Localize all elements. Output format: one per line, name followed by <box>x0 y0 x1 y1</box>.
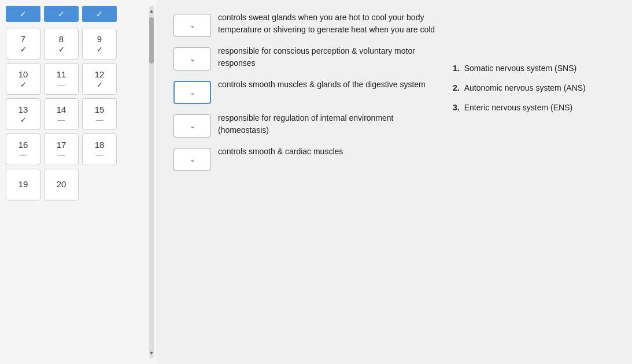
question-text-3: controls smooth muscles & glands of the … <box>218 79 435 91</box>
questions-column: ⌄ controls sweat glands when you are hot… <box>173 12 435 352</box>
cell-13[interactable]: 13 ✓ <box>6 98 40 130</box>
cell-9[interactable]: 9 ✓ <box>82 28 117 60</box>
scrollbar[interactable]: ▲ ▼ <box>149 6 154 358</box>
top-checkmarks-row: ✓ ✓ ✓ <box>6 6 150 22</box>
answer-label-1: Somatic nervous system (SNS) <box>464 64 577 73</box>
answer-num-3: 3. <box>453 103 460 112</box>
grid-row-19-20: 19 20 <box>6 169 150 200</box>
answer-label-2: Autonomic nervous system (ANS) <box>464 83 586 92</box>
answers-column: 1. Somatic nervous system (SNS) 2. Auton… <box>453 12 615 352</box>
answer-item-3: 3. Enteric nervous system (ENS) <box>453 103 615 112</box>
question-text-2: responsible for conscious perception & v… <box>218 45 435 69</box>
question-text-1: controls sweat glands when you are hot t… <box>218 12 435 36</box>
cell-20[interactable]: 20 <box>44 169 79 200</box>
left-panel: ✓ ✓ ✓ 7 ✓ 8 ✓ 9 ✓ 10 ✓ 11 — 12 ✓ <box>0 0 156 364</box>
cell-14[interactable]: 14 — <box>44 98 79 130</box>
question-row-4: ⌄ responsible for regulation of internal… <box>173 112 435 138</box>
question-text-5: controls smooth & cardiac muscles <box>218 146 435 158</box>
question-row-2: ⌄ responsible for conscious perception &… <box>173 45 435 70</box>
question-row-5: ⌄ controls smooth & cardiac muscles <box>173 146 435 171</box>
grid-row-7-9: 7 ✓ 8 ✓ 9 ✓ <box>6 28 150 60</box>
question-row-3: ⌄ controls smooth muscles & glands of th… <box>173 79 435 104</box>
cell-11[interactable]: 11 — <box>44 63 79 95</box>
cell-17[interactable]: 17 — <box>44 133 79 165</box>
cell-15[interactable]: 15 — <box>82 98 117 130</box>
scroll-up-arrow[interactable]: ▲ <box>149 7 154 15</box>
cell-10[interactable]: 10 ✓ <box>6 63 40 95</box>
dropdown-q4[interactable]: ⌄ <box>173 114 211 138</box>
question-row-1: ⌄ controls sweat glands when you are hot… <box>173 12 435 37</box>
scroll-down-arrow[interactable]: ▼ <box>149 349 154 357</box>
chevron-down-icon: ⌄ <box>190 122 195 130</box>
answer-num-1: 1. <box>453 64 460 73</box>
dropdown-q3[interactable]: ⌄ <box>173 81 211 104</box>
question-text-4: responsible for regulation of internal e… <box>218 112 435 136</box>
grid-row-16-18: 16 — 17 — 18 — <box>6 133 150 165</box>
cell-16[interactable]: 16 — <box>6 133 40 165</box>
dropdown-q5[interactable]: ⌄ <box>173 148 211 171</box>
top-check-3: ✓ <box>82 6 117 22</box>
dropdown-q1[interactable]: ⌄ <box>173 14 211 37</box>
cell-18[interactable]: 18 — <box>82 133 117 165</box>
chevron-down-icon: ⌄ <box>190 155 195 164</box>
top-check-2: ✓ <box>44 6 79 22</box>
answer-item-2: 2. Autonomic nervous system (ANS) <box>453 83 615 92</box>
answer-label-3: Enteric nervous system (ENS) <box>464 103 573 112</box>
cell-8[interactable]: 8 ✓ <box>44 28 79 60</box>
main-content: ⌄ controls sweat glands when you are hot… <box>156 0 632 364</box>
chevron-down-icon: ⌄ <box>190 55 195 63</box>
chevron-down-icon: ⌄ <box>190 88 195 96</box>
chevron-down-icon: ⌄ <box>190 21 195 29</box>
cell-19[interactable]: 19 <box>6 169 40 200</box>
dropdown-q2[interactable]: ⌄ <box>173 47 211 70</box>
answer-num-2: 2. <box>453 83 460 92</box>
scrollbar-thumb[interactable] <box>149 17 154 64</box>
grid-row-10-12: 10 ✓ 11 — 12 ✓ <box>6 63 150 95</box>
cell-7[interactable]: 7 ✓ <box>6 28 40 60</box>
top-check-1: ✓ <box>6 6 40 22</box>
answer-item-1: 1. Somatic nervous system (SNS) <box>453 64 615 73</box>
cell-12[interactable]: 12 ✓ <box>82 63 117 95</box>
grid-row-13-15: 13 ✓ 14 — 15 — <box>6 98 150 130</box>
